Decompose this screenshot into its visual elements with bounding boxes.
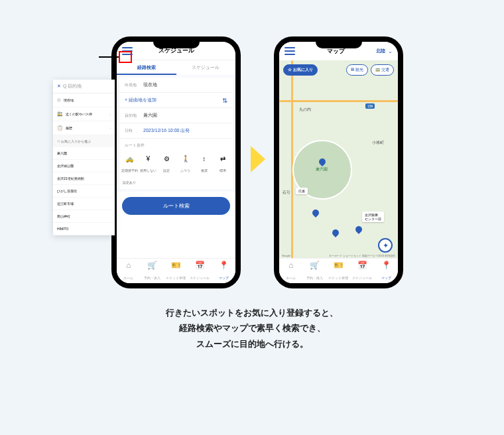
option-settings[interactable]: ⚙設定 bbox=[158, 155, 175, 186]
home-icon: ⌂ bbox=[279, 261, 303, 270]
option-standard[interactable]: ⇄標準 bbox=[214, 155, 231, 186]
destination-label: 目的地 bbox=[125, 113, 143, 119]
history-icon: 📋 bbox=[57, 125, 63, 131]
callout-line bbox=[99, 56, 119, 58]
map-attribution-text: キーボード ショートカット 地図データ ©2023 利用規約 bbox=[329, 254, 395, 257]
bottom-nav: ⌂ホーム 🛒予約・購入 🎫チケット管理 📅スケジュール 📍マップ bbox=[117, 258, 235, 283]
chevron-right-icon: › bbox=[109, 112, 111, 116]
nav-purchase[interactable]: 🛒予約・購入 bbox=[303, 261, 327, 282]
phone-notch bbox=[316, 36, 362, 48]
location-icon: ⊙ bbox=[57, 97, 61, 103]
filter-transport-button[interactable]: 🚃 交通 bbox=[371, 64, 394, 76]
map-pin-icon[interactable] bbox=[354, 225, 363, 234]
nav-ticket[interactable]: 🎫チケット管理 bbox=[164, 261, 188, 282]
hamburger-icon[interactable] bbox=[284, 47, 295, 55]
locate-me-button[interactable]: ✦ bbox=[378, 238, 393, 253]
fav-kenrokuen[interactable]: 兼六園 bbox=[53, 147, 115, 160]
fav-21st-museum[interactable]: 金沢21世紀美術館 bbox=[53, 172, 115, 185]
fav-higashi-chaya[interactable]: ひがし茶屋街 bbox=[53, 185, 115, 198]
departure-label: 出発地 bbox=[125, 82, 143, 88]
map-pin-icon[interactable] bbox=[311, 208, 320, 218]
datetime-label: 日時 bbox=[125, 128, 143, 134]
map-pin-icon[interactable] bbox=[331, 228, 340, 237]
caption-line-3: スムーズに目的地へ行ける。 bbox=[0, 336, 504, 351]
destination-row[interactable]: 目的地 兼六園 bbox=[119, 108, 233, 123]
via-row[interactable]: + 経由地を追加 ⇅ bbox=[119, 93, 233, 108]
walk-icon: 🚶 bbox=[177, 155, 194, 162]
calendar-icon: 📅 bbox=[188, 261, 212, 270]
sort-icon: ↕ bbox=[196, 155, 213, 162]
cart-icon: 🛒 bbox=[141, 261, 164, 270]
yen-icon: ¥ bbox=[139, 155, 157, 162]
ticket-icon: 🎫 bbox=[327, 261, 351, 270]
fav-kanazawa-castle[interactable]: 金沢城公園 bbox=[53, 160, 115, 172]
option-reservation[interactable]: 🚕定期便予約 設定あり bbox=[121, 155, 138, 186]
add-via-link[interactable]: + 経由地を追加 bbox=[125, 97, 157, 103]
filter-favorites-button[interactable]: ☆ お気に入り bbox=[283, 64, 318, 76]
swap-icon[interactable]: ⇅ bbox=[222, 97, 227, 104]
map-canvas[interactable]: ☆ お気に入り 🏛 観光 🚃 交通 159 10 丸の内 小将町 石引 兼六園 … bbox=[279, 60, 398, 259]
phone-map: マップ 北陸 ⌄ ☆ お気に入り 🏛 観光 🚃 交通 159 10 丸の内 小将… bbox=[274, 36, 403, 288]
nav-purchase[interactable]: 🛒予約・購入 bbox=[141, 261, 164, 282]
fav-oyama-shrine[interactable]: 尾山神社 bbox=[53, 210, 115, 223]
label-kenrokuen: 兼六園 bbox=[316, 166, 328, 172]
map-attribution: Google キーボード ショートカット 地図データ ©2023 利用規約 bbox=[282, 254, 395, 257]
nav-home[interactable]: ⌂ホーム bbox=[117, 261, 141, 282]
taxi-icon: 🚕 bbox=[121, 155, 138, 162]
stop-hirosaka[interactable]: 広坂 bbox=[296, 188, 308, 194]
ticket-icon: 🎫 bbox=[164, 261, 188, 270]
nav-home[interactable]: ⌂ホーム bbox=[279, 261, 303, 282]
menu-search-bar[interactable]: ✕ Q 目的地 bbox=[53, 80, 115, 93]
menu-history[interactable]: 📋履歴› bbox=[53, 121, 115, 135]
region-selector[interactable]: 北陸 bbox=[376, 48, 385, 54]
pin-icon: 📍 bbox=[212, 261, 235, 270]
fav-himito[interactable]: HIMITO bbox=[53, 223, 115, 235]
close-icon[interactable]: ✕ bbox=[57, 84, 61, 89]
cart-icon: 🛒 bbox=[303, 261, 327, 270]
nav-map[interactable]: 📍マップ bbox=[374, 261, 398, 282]
nav-schedule[interactable]: 📅スケジュール bbox=[188, 261, 212, 282]
caption: 行きたいスポットをお気に入り登録すると、 経路検索やマップで素早く検索でき、 ス… bbox=[0, 305, 504, 351]
home-icon: ⌂ bbox=[117, 261, 141, 270]
menu-nearby-stations[interactable]: 🚉近くの駅やバス停› bbox=[53, 107, 115, 121]
swap-icon: ⇄ bbox=[214, 155, 231, 162]
option-walk[interactable]: 🚶ふつう bbox=[177, 155, 194, 186]
road-159-badge: 159 bbox=[365, 103, 375, 109]
pin-icon: 📍 bbox=[374, 261, 398, 270]
route-condition-label: ルート条件 bbox=[119, 139, 233, 153]
option-fare[interactable]: ¥使用しない bbox=[139, 155, 157, 186]
route-options: 🚕定期便予約 設定あり ¥使用しない ⚙設定 🚶ふつう ↕推奨 ⇄標準 bbox=[119, 153, 233, 189]
station-icon: 🚉 bbox=[57, 111, 63, 117]
nav-map[interactable]: 📍マップ bbox=[212, 261, 235, 282]
label-komachi: 小将町 bbox=[372, 140, 384, 146]
side-menu: ✕ Q 目的地 ⊙現在地 🚉近くの駅やバス停› 📋履歴› ☆ お気に入りから選ぶ… bbox=[53, 80, 115, 235]
bottom-nav: ⌂ホーム 🛒予約・購入 🎫チケット管理 📅スケジュール 📍マップ bbox=[279, 258, 398, 283]
road-vertical bbox=[291, 60, 293, 259]
caption-line-1: 行きたいスポットをお気に入り登録すると、 bbox=[0, 305, 504, 320]
phone-schedule: スケジュール 経路検索 スケジュール 出発地 現在地 + 経由地を追加 ⇅ 目的… bbox=[111, 36, 241, 288]
departure-row[interactable]: 出発地 現在地 bbox=[119, 78, 233, 93]
map-filter-buttons: ☆ お気に入り 🏛 観光 🚃 交通 bbox=[283, 64, 394, 76]
departure-value: 現在地 bbox=[143, 82, 157, 88]
road-horizontal bbox=[279, 100, 398, 102]
datetime-value: 2023/12/16 10:00 出発 bbox=[143, 127, 190, 134]
label-ishibiki: 石引 bbox=[283, 190, 290, 196]
label-marunouchi: 丸の内 bbox=[299, 107, 311, 113]
fav-omicho[interactable]: 近江町市場 bbox=[53, 198, 115, 210]
chevron-down-icon[interactable]: ⌄ bbox=[388, 48, 393, 54]
callout-box bbox=[119, 51, 132, 63]
menu-current-location[interactable]: ⊙現在地 bbox=[53, 93, 115, 107]
favorites-header: ☆ お気に入りから選ぶ bbox=[53, 135, 115, 147]
nav-ticket[interactable]: 🎫チケット管理 bbox=[327, 261, 351, 282]
datetime-row[interactable]: 日時 2023/12/16 10:00 出発 bbox=[119, 123, 233, 139]
google-logo: Google bbox=[282, 254, 290, 257]
tab-schedule[interactable]: スケジュール bbox=[176, 60, 236, 75]
tabs: 経路検索 スケジュール bbox=[117, 60, 235, 75]
filter-sightseeing-button[interactable]: 🏛 観光 bbox=[346, 64, 369, 76]
search-route-button[interactable]: ルート検索 bbox=[122, 197, 230, 215]
stop-hospital[interactable]: 金沢医療 センター前 bbox=[362, 212, 384, 222]
option-recommend[interactable]: ↕推奨 bbox=[196, 155, 213, 186]
transition-arrow-icon bbox=[251, 146, 265, 172]
nav-schedule[interactable]: 📅スケジュール bbox=[350, 261, 374, 282]
phone-notch bbox=[153, 36, 200, 48]
